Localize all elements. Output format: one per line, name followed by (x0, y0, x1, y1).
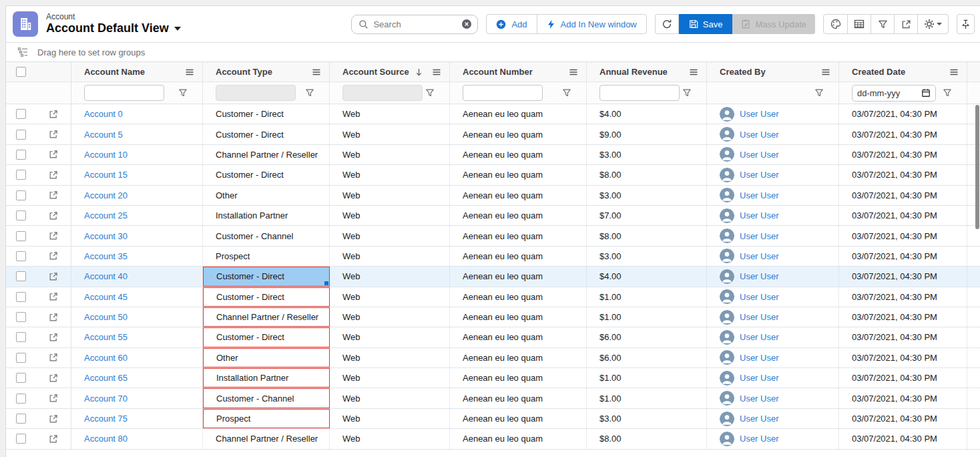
account-name-link[interactable]: Account 20 (84, 190, 128, 200)
cell-account-source[interactable]: Web (330, 307, 450, 327)
add-button[interactable]: Add (487, 15, 536, 33)
column-header-te[interactable]: Te (967, 62, 980, 82)
row-checkbox[interactable] (16, 414, 26, 424)
cell-account-name[interactable]: Account 45 (71, 287, 203, 307)
account-name-link[interactable]: Account 60 (84, 353, 128, 363)
row-checkbox[interactable] (16, 434, 26, 444)
cell-created-date[interactable]: 03/07/2021, 04:30 PM (839, 327, 967, 347)
cell-created-by[interactable]: User User (707, 206, 839, 225)
cell-account-number[interactable]: Aenean eu leo quam (450, 348, 587, 367)
cell-account-type[interactable]: Prospect (203, 247, 330, 266)
account-name-link[interactable]: Account 75 (84, 414, 128, 424)
cell-account-type[interactable]: Customer - Direct (203, 165, 330, 184)
cell-account-source[interactable]: Web (330, 287, 450, 307)
cell-account-type[interactable]: Other (203, 186, 330, 205)
cell-account-number[interactable]: Aenean eu leo quam (450, 124, 587, 144)
cell-account-number[interactable]: Aenean eu leo quam (450, 226, 587, 245)
cell-created-by[interactable]: User User (707, 267, 839, 286)
filter-funnel-icon[interactable] (814, 88, 824, 98)
open-record-icon[interactable] (49, 373, 58, 383)
created-by-link[interactable]: User User (740, 190, 779, 200)
created-by-link[interactable]: User User (740, 332, 779, 342)
cell-account-type[interactable]: Customer - Direct (203, 287, 330, 307)
filter-funnel-icon[interactable] (178, 88, 188, 98)
row-checkbox[interactable] (16, 271, 26, 281)
save-button[interactable]: Save (679, 14, 733, 34)
cell-account-name[interactable]: Account 15 (71, 165, 203, 184)
open-record-icon[interactable] (49, 394, 58, 403)
created-by-link[interactable]: User User (740, 170, 779, 180)
cell-created-by[interactable]: User User (707, 368, 839, 388)
cell-account-source[interactable]: Web (330, 165, 450, 184)
cell-account-name[interactable]: Account 25 (71, 206, 203, 225)
account-name-link[interactable]: Account 80 (84, 434, 128, 444)
cell-account-number[interactable]: Aenean eu leo quam (450, 409, 587, 428)
cell-account-name[interactable]: Account 65 (71, 368, 203, 388)
column-menu-icon[interactable] (185, 67, 194, 77)
row-checkbox[interactable] (16, 251, 26, 261)
created-by-link[interactable]: User User (740, 353, 779, 363)
cell-account-type[interactable]: Customer - Channel (203, 226, 330, 245)
cell-te[interactable]: 0 (967, 348, 980, 367)
row-checkbox[interactable] (16, 312, 26, 322)
account-name-link[interactable]: Account 70 (84, 394, 128, 404)
cell-created-date[interactable]: 03/07/2021, 04:30 PM (839, 348, 967, 367)
cell-created-date[interactable]: 03/07/2021, 04:30 PM (839, 388, 967, 408)
open-record-icon[interactable] (49, 434, 58, 444)
account-name-link[interactable]: Account 55 (84, 332, 128, 342)
cell-account-number[interactable]: Aenean eu leo quam (450, 307, 587, 327)
cell-te[interactable]: 0 (967, 307, 980, 327)
cell-account-source[interactable]: Web (330, 145, 450, 164)
cell-annual-revenue[interactable]: $3.00 (587, 145, 707, 164)
row-checkbox[interactable] (16, 150, 26, 160)
created-by-link[interactable]: User User (740, 150, 779, 160)
account-name-link[interactable]: Account 45 (84, 292, 128, 302)
account-name-link[interactable]: Account 0 (84, 109, 123, 119)
open-record-icon[interactable] (49, 130, 58, 139)
filter-funnel-icon[interactable] (305, 88, 314, 98)
cell-annual-revenue[interactable]: $4.00 (587, 104, 707, 124)
cell-annual-revenue[interactable]: $6.00 (587, 327, 707, 347)
cell-account-source[interactable]: Web (330, 186, 450, 205)
cell-created-by[interactable]: User User (707, 307, 839, 327)
cell-annual-revenue[interactable]: $3.00 (587, 186, 707, 205)
account-name-link[interactable]: Account 5 (84, 130, 123, 140)
cell-account-type[interactable]: Customer - Direct (203, 327, 330, 347)
cell-account-type[interactable]: Installation Partner (203, 368, 330, 388)
filter-funnel-icon[interactable] (425, 88, 435, 98)
created-by-link[interactable]: User User (740, 434, 779, 444)
filter-funnel-icon[interactable] (943, 88, 952, 98)
cell-account-name[interactable]: Account 35 (71, 247, 203, 266)
row-checkbox[interactable] (16, 332, 26, 342)
cell-account-type[interactable]: Customer - Direct (203, 104, 330, 124)
cell-annual-revenue[interactable]: $6.00 (587, 348, 707, 367)
open-record-icon[interactable] (49, 150, 58, 159)
open-record-icon[interactable] (49, 333, 58, 342)
open-record-icon[interactable] (49, 190, 58, 200)
column-menu-icon[interactable] (821, 67, 830, 77)
cell-annual-revenue[interactable]: $1.00 (587, 388, 707, 408)
select-all-checkbox[interactable] (16, 67, 26, 77)
created-by-link[interactable]: User User (740, 373, 779, 383)
cell-te[interactable]: 0 (967, 368, 980, 388)
cell-account-number[interactable]: Aenean eu leo quam (450, 267, 587, 286)
cell-account-source[interactable]: Web (330, 267, 450, 286)
cell-account-name[interactable]: Account 60 (71, 348, 203, 367)
account-name-link[interactable]: Account 15 (84, 170, 128, 180)
created-by-link[interactable]: User User (740, 210, 779, 220)
cell-annual-revenue[interactable]: $3.00 (587, 247, 707, 266)
cell-account-type[interactable]: Customer - Channel (203, 388, 330, 408)
cell-created-by[interactable]: User User (707, 348, 839, 367)
cell-account-name[interactable]: Account 40 (71, 267, 203, 286)
open-record-icon[interactable] (49, 414, 58, 424)
cell-account-source[interactable]: Web (330, 124, 450, 144)
cell-annual-revenue[interactable]: $9.00 (587, 124, 707, 144)
cell-account-type[interactable]: Customer - Direct (203, 267, 330, 286)
cell-created-date[interactable]: 03/07/2021, 04:30 PM (839, 104, 967, 124)
cell-account-type[interactable]: Customer - Direct (203, 124, 330, 144)
cell-created-by[interactable]: User User (707, 388, 839, 408)
cell-te[interactable]: 0 (967, 267, 980, 286)
cell-created-date[interactable]: 03/07/2021, 04:30 PM (839, 287, 967, 307)
pin-toolbar-button[interactable] (957, 14, 975, 34)
account-name-link[interactable]: Account 35 (84, 251, 128, 261)
